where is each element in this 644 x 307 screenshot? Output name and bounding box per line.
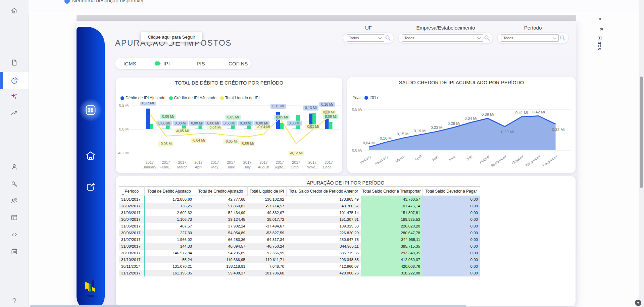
sidebar-item-layout[interactable] [0, 210, 29, 225]
filter-pill: Todos [399, 33, 493, 43]
app-sidebar: ? [0, 0, 29, 307]
tab-pis[interactable]: PIS [197, 58, 205, 69]
dashboard-icon [85, 104, 96, 116]
value-cell: 130.102,92 [247, 196, 286, 203]
trending-up-icon [10, 109, 18, 117]
sidebar-item-key[interactable] [0, 176, 29, 192]
search-icon[interactable] [385, 35, 391, 41]
table-row[interactable]: 30/06/2017227,3054.054,89-53.827,59226.8… [119, 229, 480, 236]
table-row[interactable]: 31/01/2017172.880,6042.777,68130.102,921… [119, 196, 480, 203]
value-cell: 1.966,02 [144, 236, 194, 243]
value-cell: -40.750,24 [247, 243, 286, 250]
filter-select-3[interactable]: Todos [501, 34, 559, 42]
sidebar-item-sparkles[interactable] [0, 89, 29, 104]
value-cell: 227,30 [144, 229, 194, 236]
column-header[interactable]: Total Saldo Credor de Período Anterior [286, 187, 361, 196]
svg-text:0,06 Mi: 0,06 Mi [325, 114, 336, 118]
home-outline-icon [85, 150, 96, 162]
active-tab-flag-icon [155, 61, 161, 66]
tab-ipi[interactable]: IPI [155, 58, 170, 69]
value-cell: 0,00 [422, 270, 480, 276]
filter-select-2[interactable]: Todos [402, 34, 483, 42]
person-icon [10, 163, 18, 171]
table-row[interactable]: 31/08/2017144,3340.894,57-40.750,24344.9… [119, 243, 480, 250]
table-row[interactable]: 31/12/2017161.195,0559.408,37101.786,684… [119, 270, 480, 276]
table-row[interactable]: 31/10/201755,24119.666,95-119.611,71293.… [119, 256, 480, 263]
x-axis-label: 2017Septe... [271, 160, 288, 169]
status-text: Nenhuma descrição disponível [72, 0, 143, 4]
value-cell: 136,25 [144, 203, 194, 209]
tab-label: COFINS [229, 61, 248, 66]
value-cell: 280.647,78 [361, 229, 422, 236]
rail-item-dashboard[interactable] [77, 101, 105, 119]
sidebar-item-person[interactable] [0, 159, 29, 174]
table-row[interactable]: 30/09/2017146.572,8454.205,8592.366,9938… [119, 250, 480, 256]
search-icon[interactable] [559, 35, 565, 41]
legend-item[interactable]: Crédito de IPI AJustado [169, 96, 216, 100]
svg-text:0,00 Mi: 0,00 Mi [191, 121, 202, 125]
legend-item[interactable]: Débito de IPI Ajustado [120, 96, 165, 100]
sidebar-item-home[interactable] [0, 3, 29, 18]
svg-text:0,2 Mi: 0,2 Mi [119, 103, 129, 107]
sidebar-item-trending-up[interactable] [0, 105, 29, 121]
column-header[interactable]: Total Saldo Devedor a Pagar [422, 187, 480, 196]
svg-text:0,00 Mi: 0,00 Mi [289, 121, 300, 125]
value-cell: 42.777,68 [194, 196, 247, 203]
table-row[interactable]: 30/04/20171.106,7339.124,45-38.017,72151… [119, 216, 480, 223]
legend-dot [220, 96, 224, 100]
sidebar-item-code[interactable] [0, 227, 29, 242]
table-row[interactable]: 28/02/2017136,2557.850,82-57.714,5743.76… [119, 203, 480, 209]
table-row[interactable]: 31/05/2017407,5737.902,24-37.494,67189.3… [119, 223, 480, 229]
horizontal-scrollbar-thumb[interactable] [30, 305, 466, 307]
value-cell: 172.880,60 [144, 196, 194, 203]
sidebar-item-document[interactable] [0, 55, 29, 70]
svg-text:0,0 Mi: 0,0 Mi [119, 127, 129, 131]
rail-item-share[interactable] [77, 178, 105, 196]
value-cell: 43.760,57 [286, 203, 361, 209]
value-cell: 1.106,73 [144, 216, 194, 223]
saldo-area-chart: 0,5 Mi0,0 Mi0,04 Mi0,10 Mi0,15 Mi0,19 Mi… [347, 103, 576, 170]
value-cell: 293.348,35 [361, 250, 422, 256]
value-cell: 412.960,07 [286, 263, 361, 270]
sidebar-item-calendar[interactable] [0, 244, 29, 259]
svg-text:0,00 Mi: 0,00 Mi [207, 121, 219, 125]
legend-item[interactable]: Total Líquido de IPI [220, 96, 260, 100]
value-cell: 55,24 [144, 256, 194, 263]
svg-text:0,10 Mi: 0,10 Mi [323, 110, 334, 114]
period-cell: 31/01/2017 [119, 196, 144, 203]
tab-icms[interactable]: ICMS [123, 58, 136, 69]
pin-icon[interactable] [599, 27, 604, 32]
tab-cofins[interactable]: COFINS [229, 58, 248, 69]
sidebar-item-people[interactable] [0, 193, 29, 208]
filter-select-1[interactable]: Todos [347, 34, 384, 42]
sidebar-item-pie-chart[interactable] [0, 72, 29, 89]
column-header[interactable]: Total Saldo Credor a Transportar [361, 187, 422, 196]
svg-text:0,00 Mi: 0,00 Mi [158, 121, 170, 125]
column-header[interactable]: Total de Crédito Ajustado [194, 187, 247, 196]
collapse-panel-icon[interactable]: « [598, 15, 601, 22]
table-row[interactable]: 31/07/20171.966,0266.283,36-64.317,34280… [119, 236, 480, 243]
svg-text:December: December [542, 154, 558, 167]
code-icon [10, 231, 18, 239]
value-cell: 54.054,89 [194, 229, 247, 236]
rail-item-home-outline[interactable] [77, 147, 105, 165]
value-cell: 0,00 [422, 256, 480, 263]
scroll-down-button[interactable]: ▾ [635, 300, 641, 306]
search-icon[interactable] [484, 35, 490, 41]
value-cell: 52.434,99 [194, 209, 247, 216]
tab-label: ICMS [123, 61, 136, 66]
value-cell: -119.611,71 [247, 256, 286, 263]
svg-text:-0,06 Mi: -0,06 Mi [241, 141, 254, 145]
table-row[interactable]: 30/11/2017131.070,21138.118,91-7.048,704… [119, 263, 480, 270]
column-header[interactable]: Total de Débito Ajustado [144, 187, 194, 196]
column-header[interactable]: Total Líquido de IPI [247, 187, 286, 196]
value-cell: 226.820,20 [361, 223, 422, 229]
vertical-scrollbar-thumb[interactable] [640, 76, 643, 188]
table-row[interactable]: 31/03/20172.602,3252.434,99-49.832,67101… [119, 209, 480, 216]
column-header[interactable]: Período▲ [119, 187, 144, 196]
value-cell: 0,00 [422, 243, 480, 250]
chevron-down-icon [378, 35, 382, 41]
legend-item-2017[interactable]: 2017 [364, 95, 379, 100]
help-icon[interactable]: ? [0, 297, 29, 305]
svg-text:0,00 Mi: 0,00 Mi [256, 121, 267, 125]
